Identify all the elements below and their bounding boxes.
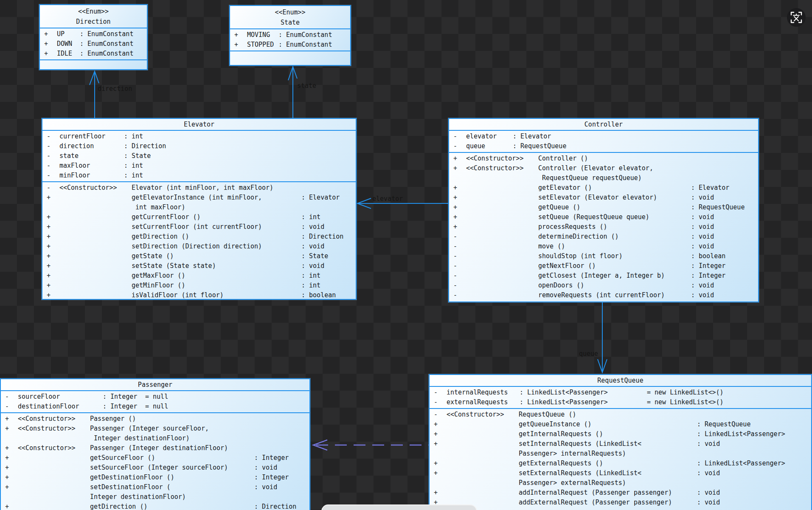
method-return-type: void xyxy=(301,222,324,232)
method-row: -getClosest (Integer a, Integer b)Intege… xyxy=(449,271,758,281)
attribute-type: Direction xyxy=(124,141,166,151)
method-return-type: void xyxy=(697,468,720,478)
visibility: - xyxy=(47,161,59,171)
method-signature: move () xyxy=(538,242,691,251)
attributes-compartment: -currentFloorint-directionDirection-stat… xyxy=(42,131,356,182)
method-row: +getMaxFloor ()int xyxy=(42,271,356,281)
method-return-type: void xyxy=(691,193,714,203)
attribute-name: internalRequests xyxy=(447,388,520,397)
visibility: + xyxy=(5,463,18,473)
visibility: + xyxy=(234,40,247,50)
attribute-name: destinationFloor xyxy=(18,402,103,411)
class-box-passenger[interactable]: Passenger -sourceFloorIntegernull-destin… xyxy=(0,378,310,510)
method-signature: setState (State state) xyxy=(132,261,301,271)
method-return-type: Integer xyxy=(254,473,289,482)
attribute-name: sourceFloor xyxy=(18,392,103,402)
class-stereotype: <<Enum>> xyxy=(40,6,147,17)
visibility: + xyxy=(453,222,466,232)
constructor-tag: <<Constructor>> xyxy=(466,163,538,173)
method-signature: processRequests () xyxy=(538,222,691,232)
visibility: - xyxy=(434,397,447,407)
edge-elevator-direction[interactable]: direction xyxy=(90,71,132,118)
attribute-row: +MOVINGEnumConstant xyxy=(230,30,350,40)
attribute-row: +IDLEEnumConstant xyxy=(40,49,147,59)
class-name: Direction xyxy=(40,17,147,27)
visibility: + xyxy=(47,242,59,251)
method-row: -<<Constructor>>RequestQueue () xyxy=(430,410,811,420)
visibility: + xyxy=(5,473,18,482)
edge-elevator-state[interactable]: state xyxy=(288,67,316,118)
attribute-type: RequestQueue xyxy=(513,141,566,151)
method-return-type: void xyxy=(691,242,714,251)
attribute-name: DOWN xyxy=(57,39,80,49)
method-row: -determineDirection ()void xyxy=(449,232,758,242)
attribute-row: -externalRequestsLinkedList<Passenger>ne… xyxy=(430,397,811,407)
method-row-continuation: int maxFloor) xyxy=(42,203,356,212)
edge-controller-queue[interactable]: queue xyxy=(579,302,607,372)
visibility: - xyxy=(453,232,466,242)
method-row: +getState ()State xyxy=(42,251,356,261)
bottom-sheet[interactable] xyxy=(321,504,477,510)
visibility: + xyxy=(434,420,447,429)
edge-requestqueue-passenger-dependency[interactable] xyxy=(313,440,429,450)
method-return-type: Elevator xyxy=(691,183,729,193)
visibility: + xyxy=(434,429,447,439)
attribute-row: +UPEnumConstant xyxy=(40,29,147,39)
visibility: + xyxy=(47,212,59,222)
method-signature: getState () xyxy=(132,251,301,261)
visibility: - xyxy=(47,171,59,180)
visibility: + xyxy=(453,183,466,193)
method-return-type: boolean xyxy=(301,290,336,299)
attribute-row: -minFloorint xyxy=(42,171,356,180)
visibility: + xyxy=(44,49,57,59)
attributes-compartment: +MOVINGEnumConstant+STOPPEDEnumConstant xyxy=(230,29,350,51)
visibility: - xyxy=(47,183,59,193)
method-signature: getInternalRequests () xyxy=(519,429,697,439)
attribute-row: -currentFloorint xyxy=(42,132,356,141)
attribute-type: Elevator xyxy=(513,132,551,141)
method-row: +setDestinationFloor (void xyxy=(1,482,309,492)
class-box-elevator[interactable]: Elevator -currentFloorint-directionDirec… xyxy=(42,118,357,300)
diagram-canvas[interactable]: direction state elevator queue <<Enum>> … xyxy=(0,0,812,510)
class-box-state[interactable]: <<Enum>> State +MOVINGEnumConstant+STOPP… xyxy=(229,5,351,66)
method-row-continuation: Integer destinationFloor) xyxy=(1,434,309,443)
class-name: Elevator xyxy=(42,119,356,130)
translate-button[interactable] xyxy=(787,8,806,27)
method-signature: getElevator () xyxy=(538,183,691,193)
class-box-controller[interactable]: Controller -elevatorElevator-queueReques… xyxy=(448,118,759,302)
attribute-type: LinkedList<Passenger> xyxy=(520,388,647,397)
method-row: +setCurrentFloor (int currentFloor)void xyxy=(42,222,356,232)
method-signature: getDestinationFloor () xyxy=(90,473,254,482)
visibility: + xyxy=(453,212,466,222)
class-header: <<Enum>> State xyxy=(230,6,350,29)
edge-controller-elevator[interactable]: elevator xyxy=(357,195,448,209)
attribute-name: UP xyxy=(57,29,80,39)
attribute-name: maxFloor xyxy=(59,161,124,171)
method-row: +getSourceFloor ()Integer xyxy=(1,453,309,463)
method-row: -shouldStop (int floor)boolean xyxy=(449,251,758,261)
class-box-direction[interactable]: <<Enum>> Direction +UPEnumConstant+DOWNE… xyxy=(39,4,148,70)
method-signature: Passenger (Integer destinationFloor) xyxy=(90,443,254,453)
visibility: + xyxy=(453,154,466,163)
attribute-type: Integer xyxy=(103,392,145,402)
method-signature: getQueue () xyxy=(538,203,691,212)
method-signature: getExternalRequests () xyxy=(519,459,697,468)
method-row: +setQueue (RequestQueue queue)void xyxy=(449,212,758,222)
method-row: +getDirection ()Direction xyxy=(1,502,309,510)
method-return-type: RequestQueue xyxy=(697,420,750,429)
constructor-tag: <<Constructor>> xyxy=(466,154,538,163)
method-row: +getQueueInstance ()RequestQueue xyxy=(430,420,811,429)
visibility: + xyxy=(47,222,59,232)
visibility: - xyxy=(453,261,466,271)
visibility: - xyxy=(453,290,466,300)
method-signature: getElevatorInstance (int minFloor, xyxy=(132,193,301,203)
method-signature: Controller () xyxy=(538,154,691,163)
constructor-tag: <<Constructor>> xyxy=(447,410,519,420)
class-box-requestqueue[interactable]: RequestQueue -internalRequestsLinkedList… xyxy=(429,374,812,510)
method-signature: Controller (Elevator elevator, xyxy=(538,163,691,173)
method-row: +getDestinationFloor ()Integer xyxy=(1,473,309,482)
visibility: - xyxy=(453,271,466,281)
method-signature: setInternalRequests (LinkedList< xyxy=(519,439,697,449)
attributes-compartment: -internalRequestsLinkedList<Passenger>ne… xyxy=(430,387,811,409)
visibility: + xyxy=(47,251,59,261)
